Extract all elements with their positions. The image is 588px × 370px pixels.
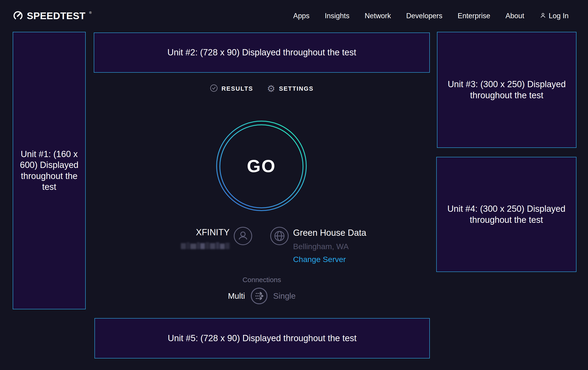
speedometer-icon	[12, 10, 23, 22]
gear-icon: ⚙	[267, 84, 275, 93]
top-nav-bar: SPEEDTEST ® Apps Insights Network Develo…	[0, 0, 588, 32]
nav-item-insights[interactable]: Insights	[325, 12, 349, 20]
change-server-link[interactable]: Change Server	[293, 255, 366, 264]
nav-item-developers[interactable]: Developers	[406, 12, 442, 20]
tab-bar: RESULTS ⚙ SETTINGS	[94, 83, 430, 95]
main-nav: Apps Insights Network Developers Enterpr…	[293, 12, 569, 20]
isp-user-icon	[233, 227, 252, 245]
speedtest-logo[interactable]: SPEEDTEST ®	[12, 10, 91, 22]
go-button[interactable]: GO	[215, 120, 308, 212]
ad-unit-4[interactable]: Unit #4: (300 x 250) Displayed throughou…	[436, 157, 577, 272]
server-info: Green House Data Bellingham, WA Change S…	[293, 228, 366, 264]
ad-unit-2-text: Unit #2: (728 x 90) Displayed throughout…	[168, 47, 356, 58]
ad-unit-1-text: Unit #1: (160 x 600) Displayed throughou…	[16, 149, 82, 193]
brand-name: SPEEDTEST	[27, 10, 85, 21]
login-label: Log In	[549, 12, 569, 20]
go-button-label: GO	[215, 120, 308, 212]
connections-multi-option[interactable]: Multi	[228, 291, 245, 300]
connections-label: Connections	[94, 276, 430, 284]
nav-item-apps[interactable]: Apps	[293, 12, 309, 20]
nav-item-network[interactable]: Network	[365, 12, 391, 20]
check-circle-icon	[210, 84, 218, 93]
ad-unit-4-text: Unit #4: (300 x 250) Displayed throughou…	[444, 203, 569, 225]
connections-single-option[interactable]: Single	[273, 291, 296, 300]
person-icon	[539, 12, 546, 20]
tab-results-label: RESULTS	[221, 85, 253, 92]
isp-name[interactable]: XFINITY	[162, 228, 230, 237]
ad-unit-2[interactable]: Unit #2: (728 x 90) Displayed throughout…	[94, 32, 430, 73]
ad-unit-5-text: Unit #5: (728 x 90) Displayed throughout…	[168, 333, 356, 344]
tab-results[interactable]: RESULTS	[210, 84, 253, 93]
connections-toggle-row: Multi Single	[94, 287, 430, 304]
server-name[interactable]: Green House Data	[293, 228, 366, 238]
ip-address-redacted	[181, 242, 230, 249]
nav-item-enterprise[interactable]: Enterprise	[458, 12, 490, 20]
connections-toggle-icon[interactable]	[251, 287, 268, 304]
speedtest-page: SPEEDTEST ® Apps Insights Network Develo…	[0, 0, 588, 370]
ad-unit-1[interactable]: Unit #1: (160 x 600) Displayed throughou…	[13, 32, 86, 309]
nav-item-about[interactable]: About	[505, 12, 524, 20]
trademark-mark: ®	[89, 11, 92, 15]
tab-settings-label: SETTINGS	[279, 85, 314, 92]
login-button[interactable]: Log In	[539, 12, 569, 20]
ad-unit-5[interactable]: Unit #5: (728 x 90) Displayed throughout…	[94, 318, 430, 359]
ad-unit-3[interactable]: Unit #3: (300 x 250) Displayed throughou…	[437, 32, 577, 148]
tab-settings[interactable]: ⚙ SETTINGS	[267, 84, 314, 93]
server-globe-icon	[270, 227, 289, 245]
server-location: Bellingham, WA	[293, 242, 366, 251]
ad-unit-3-text: Unit #3: (300 x 250) Displayed throughou…	[444, 79, 569, 101]
